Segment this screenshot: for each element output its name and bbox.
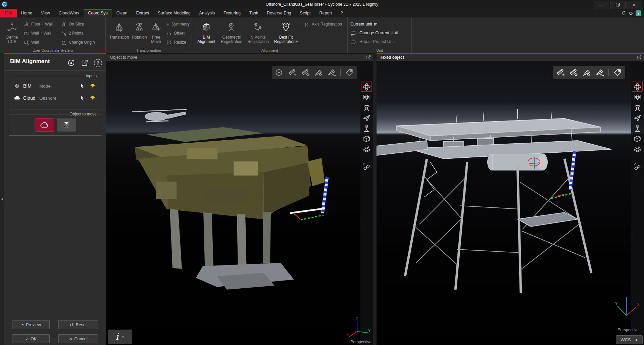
wall-wall-button[interactable]: Wall + Wall [23, 30, 59, 36]
n-points-registration-button[interactable]: N Points Registration [245, 19, 271, 48]
projection-label-left[interactable]: Perspective [350, 340, 371, 344]
pick-bim-cursor-icon[interactable] [79, 83, 85, 89]
fly-mode-button[interactable] [632, 113, 643, 123]
translation-button[interactable]: Translation [108, 19, 130, 48]
angle-measurement-icon[interactable] [314, 68, 323, 77]
view-center-target-button[interactable] [272, 66, 286, 79]
detach-panel-icon[interactable] [81, 59, 89, 67]
tab-clean[interactable]: Clean [112, 9, 132, 17]
tab-cloudworx[interactable]: CloudWorx [54, 9, 84, 17]
reset-history-icon[interactable] [67, 59, 75, 67]
move-cloud-toggle[interactable] [35, 118, 54, 132]
ok-check-icon: ✓ [25, 337, 29, 341]
change-unit-icon [350, 30, 358, 36]
symmetry-button[interactable]: Symmetry [166, 21, 190, 27]
fly-mode-button[interactable] [361, 113, 372, 123]
link-views-button[interactable] [361, 162, 372, 172]
app-icon[interactable] [2, 1, 8, 7]
tab-view[interactable]: View [37, 9, 54, 17]
axis-registration-button[interactable]: Axis Registration [304, 21, 344, 27]
add-measurement-icon[interactable] [556, 68, 565, 77]
ribbon-group-transformation: Translation Rotation Free Move Symmetry … [106, 17, 192, 53]
viewport-left-expand-icon[interactable] [366, 55, 371, 60]
repair-project-unit-button[interactable]: Repair Project Unit [350, 39, 398, 45]
orbit-mode-button[interactable] [361, 82, 372, 92]
tab-coord-sys[interactable]: Coord Sys [84, 9, 112, 17]
angle-profile-icon[interactable] [327, 68, 336, 77]
tab-surface-modeling[interactable]: Surface Modeling [153, 9, 195, 17]
axis-gizmo-right: Y X [613, 297, 640, 319]
tab-analysis[interactable]: Analysis [195, 9, 219, 17]
angle-measurement-icon[interactable] [582, 68, 591, 77]
notifications-bell-icon[interactable] [621, 10, 627, 16]
tab-help[interactable]: ? [336, 9, 347, 17]
minimize-button[interactable]: — [594, 1, 609, 9]
tab-script[interactable]: Script [296, 9, 315, 17]
floor-wall-button[interactable]: Floor + Wall [23, 21, 59, 27]
edit-measurement-icon[interactable] [301, 68, 310, 77]
best-fit-registration-button[interactable]: Best Fit Registration▾ [271, 19, 301, 48]
tab-extract[interactable]: Extract [132, 9, 153, 17]
label-tag-icon[interactable] [345, 68, 354, 77]
offset-button[interactable]: Offset [166, 30, 190, 36]
tab-tank[interactable]: Tank [245, 9, 262, 17]
constrained-orbit-button[interactable] [632, 92, 643, 102]
pick-cloud-cursor-icon[interactable] [79, 95, 85, 101]
edit-measurement-icon[interactable] [569, 68, 578, 77]
bim-visibility-bulb-icon[interactable] [90, 83, 96, 89]
help-icon[interactable]: ? [94, 59, 102, 67]
view-cube-button[interactable] [361, 134, 372, 144]
viewport-splitter[interactable] [373, 53, 377, 345]
walk-mode-button[interactable] [361, 123, 372, 133]
ok-button[interactable]: ✓OK [12, 334, 50, 343]
walk-mode-button[interactable] [632, 123, 643, 133]
move-bim-toggle[interactable] [57, 118, 76, 132]
tab-texturing[interactable]: Texturing [219, 9, 245, 17]
resize-button[interactable]: Resize [166, 39, 190, 45]
two-points-button[interactable]: 2 Points [61, 30, 99, 36]
coordinate-system-dropdown[interactable]: WCS ▲ [616, 335, 643, 344]
info-button[interactable]: i » [108, 330, 132, 344]
panel-collapse-handle[interactable]: ◄ [0, 197, 3, 201]
bim-input-row: BIM Model [14, 82, 98, 90]
cloud-visibility-bulb-icon[interactable] [90, 95, 96, 101]
examine-mode-button[interactable] [632, 102, 643, 112]
view-cube-button[interactable] [632, 134, 643, 144]
reset-button[interactable]: ↺Reset [58, 320, 98, 329]
connection-status-icon[interactable] [636, 10, 641, 16]
define-ucs-button[interactable]: Define UCS [3, 19, 21, 48]
projection-label-right[interactable]: Perspective [617, 328, 639, 332]
tab-reverse-eng[interactable]: Reverse Eng [262, 9, 295, 17]
constrained-orbit-button[interactable] [361, 92, 372, 102]
turntable-button[interactable] [361, 144, 372, 154]
restore-button[interactable] [610, 1, 626, 9]
tab-report[interactable]: Report [315, 9, 337, 17]
tab-file[interactable]: File [0, 9, 17, 17]
link-views-button[interactable] [632, 162, 643, 172]
add-measurement-icon[interactable] [288, 68, 297, 77]
wall-button[interactable]: Wall [23, 39, 59, 45]
orbit-mode-button[interactable] [632, 82, 643, 92]
window-title: Offshore_OilandGas_SeaHorse* - Cyclone 3… [266, 0, 378, 9]
expand-info-chevrons[interactable]: » [122, 334, 125, 340]
rotation-button[interactable]: Rotation [130, 19, 149, 48]
close-button[interactable]: ✕ [627, 1, 642, 9]
viewport-right-expand-icon[interactable] [637, 55, 642, 60]
best-fit-dropdown-caret[interactable]: ▾ [296, 40, 298, 44]
turntable-button[interactable] [632, 144, 643, 154]
change-origin-button[interactable]: Change Origin [61, 39, 99, 45]
change-current-unit-button[interactable]: Change Current Unit [350, 30, 398, 36]
angle-profile-icon[interactable] [595, 68, 604, 77]
tab-home[interactable]: Home [17, 9, 37, 17]
geometric-registration-button[interactable]: Geometric Registration [218, 19, 245, 48]
ribbon-tabbar: File Home View CloudWorx Coord Sys Clean… [0, 9, 644, 17]
on-slice-button[interactable]: On Slice [61, 21, 99, 27]
sync-icon[interactable]: ⟳ [629, 11, 633, 16]
cancel-button[interactable]: ✕Cancel [58, 334, 98, 343]
bim-alignment-button[interactable]: BIM Alignment [195, 19, 218, 48]
preview-button[interactable]: ◄Preview [12, 320, 50, 329]
group-label-transformation: Transformation [106, 48, 192, 52]
label-tag-icon[interactable] [613, 68, 622, 77]
free-move-button[interactable]: Free Move [149, 19, 163, 48]
examine-mode-button[interactable] [361, 102, 372, 112]
